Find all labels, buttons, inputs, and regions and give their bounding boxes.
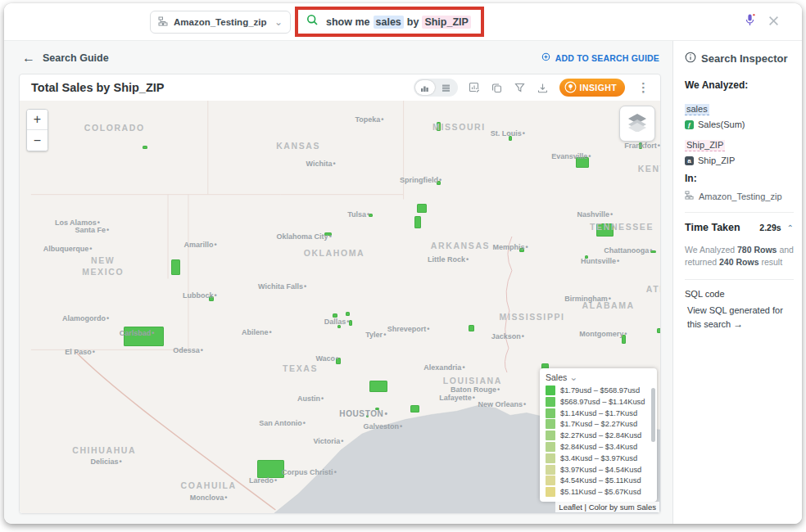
map-region-polygon[interactable]: [519, 248, 524, 252]
legend-range-label: $5.11Kusd – $5.67Kusd: [560, 488, 641, 496]
city-label: Springfield: [400, 176, 441, 184]
legend-swatch: [546, 408, 555, 418]
map-region-polygon[interactable]: [209, 296, 214, 301]
map-region-polygon[interactable]: [257, 460, 285, 478]
state-label: ATLANTA: [646, 283, 660, 295]
legend-item: $3.97Kusd – $4.54Kusd: [546, 464, 652, 476]
city-label: Little Rock: [428, 255, 469, 264]
map-region-polygon[interactable]: [657, 328, 660, 333]
city-label: Los Alamos: [55, 219, 100, 227]
more-menu-button[interactable]: ⋮: [635, 80, 652, 95]
map-region-polygon[interactable]: [369, 214, 373, 217]
map-region-polygon[interactable]: [349, 320, 352, 326]
data-source-selector[interactable]: Amazon_Testing_zip ⌄: [150, 11, 291, 34]
edit-chart-config-icon[interactable]: [468, 81, 481, 94]
map-region-polygon[interactable]: [417, 204, 428, 213]
map-region-polygon[interactable]: [375, 408, 379, 411]
map-region-polygon[interactable]: [639, 142, 642, 149]
download-icon[interactable]: [537, 81, 550, 94]
search-input[interactable]: show mesalesbyShip_ZIP: [326, 16, 471, 29]
city-label: Alamogordo: [62, 314, 109, 322]
state-label: CHIHUAHUA: [72, 444, 136, 456]
map-region-polygon[interactable]: [336, 358, 341, 364]
legend-rows: $1.79usd – $568.97usd$568.97usd – $1.14K…: [546, 385, 652, 498]
chart-table-toggle: [414, 79, 458, 97]
map-region-polygon[interactable]: [171, 259, 180, 276]
map-region-polygon[interactable]: [509, 136, 512, 141]
filter-icon[interactable]: [514, 81, 527, 94]
map-region-polygon[interactable]: [650, 250, 656, 253]
rows-summary: We Analyzed 780 Rows and returned 240 Ro…: [685, 244, 794, 268]
map-region-polygon[interactable]: [437, 181, 441, 185]
analyzed-token-sales[interactable]: sales: [685, 104, 709, 115]
chevron-up-icon[interactable]: ⌃: [787, 223, 794, 232]
map-region-polygon[interactable]: [437, 122, 441, 131]
city-label: Amarillo: [183, 241, 216, 249]
map-region-polygon[interactable]: [337, 325, 341, 328]
city-label: Nashville: [577, 210, 613, 219]
analyzed-token-shipzip[interactable]: Ship_ZIP: [685, 140, 725, 151]
map-canvas[interactable]: COLORADOKANSASMISSOURINEW MEXICOOKLAHOMA…: [20, 101, 660, 513]
legend-header[interactable]: Sales ⌄: [546, 372, 652, 382]
search-annotation-box: show mesalesbyShip_ZIP: [295, 7, 484, 37]
zoom-out-button[interactable]: −: [27, 130, 48, 151]
map-attribution: Leaflet | Color by sum Sales: [555, 502, 659, 512]
map-region-polygon[interactable]: [410, 405, 420, 413]
map-region-polygon[interactable]: [369, 381, 387, 392]
map-region-polygon[interactable]: [324, 232, 332, 236]
city-label: Jackson: [491, 332, 524, 340]
map-region-polygon[interactable]: [366, 415, 369, 417]
time-taken-label: Time Taken: [685, 222, 740, 233]
map-region-polygon[interactable]: [596, 223, 614, 237]
city-label: Baton Rouge: [451, 385, 500, 394]
insight-bulb-icon: [564, 81, 577, 95]
legend-scrollbar[interactable]: [651, 388, 655, 442]
legend-item: $4.54Kusd – $5.11Kusd: [546, 475, 652, 486]
voice-search-icon[interactable]: [744, 13, 756, 30]
chart-view-button[interactable]: [415, 80, 435, 95]
legend-item: $1.79usd – $568.97usd: [546, 385, 652, 396]
map-region-polygon[interactable]: [346, 312, 350, 316]
attribute-icon: a: [685, 156, 694, 165]
city-label: Birmingham: [564, 295, 611, 303]
map-region-polygon[interactable]: [414, 216, 422, 228]
legend-swatch: [546, 431, 555, 440]
table-view-button[interactable]: [437, 80, 456, 95]
sql-code-label: SQL code: [685, 289, 794, 299]
city-label: Dallas: [324, 318, 350, 326]
map-region-polygon[interactable]: [576, 157, 590, 168]
legend-range-label: $2.84Kusd – $3.4Kusd: [560, 443, 637, 451]
chart-toolbar: INSIGHT ⋮: [414, 79, 652, 97]
copy-icon[interactable]: [491, 81, 504, 94]
add-to-search-guide-link[interactable]: ADD TO SEARCH GUIDE: [541, 52, 659, 64]
view-sql-link[interactable]: View SQL generated for this search →: [685, 304, 794, 331]
map-region-polygon[interactable]: [469, 325, 474, 331]
chart-title: Total Sales by Ship_ZIP: [31, 81, 165, 94]
legend-swatch: [546, 487, 555, 497]
city-label: Frankfort: [624, 142, 660, 150]
map-region-polygon[interactable]: [585, 255, 588, 259]
clear-search-icon[interactable]: [768, 15, 779, 29]
chevron-down-icon: ⌄: [569, 372, 577, 382]
state-label: COAHUILA: [181, 480, 237, 491]
search-token: show me: [326, 16, 370, 28]
state-label: MISSISSIPPI: [500, 311, 565, 322]
legend-item: $1.7Kusd – $2.27Kusd: [546, 418, 652, 430]
map-region-polygon[interactable]: [333, 313, 337, 318]
map-region-polygon[interactable]: [124, 327, 164, 347]
city-label: Delicias: [90, 458, 121, 466]
legend-range-label: $1.14Kusd – $1.7Kusd: [560, 409, 637, 417]
source-row[interactable]: Amazon_Testing_zip: [685, 191, 794, 201]
map-region-polygon[interactable]: [622, 335, 626, 345]
city-label: Corpus Christi: [282, 468, 337, 476]
resolved-attribute-row: a Ship_ZIP: [685, 156, 794, 165]
search-token: sales: [374, 16, 404, 29]
legend-range-label: $1.79usd – $568.97usd: [560, 386, 640, 394]
insight-button[interactable]: INSIGHT: [559, 79, 625, 97]
legend-range-label: $3.4Kusd – $3.97Kusd: [560, 454, 637, 462]
zoom-in-button[interactable]: +: [27, 110, 48, 130]
map-region-polygon[interactable]: [143, 146, 147, 149]
map-layers-control[interactable]: [619, 106, 655, 142]
city-label: Wichita: [306, 160, 335, 168]
back-button[interactable]: ← Search Guide: [22, 52, 109, 65]
